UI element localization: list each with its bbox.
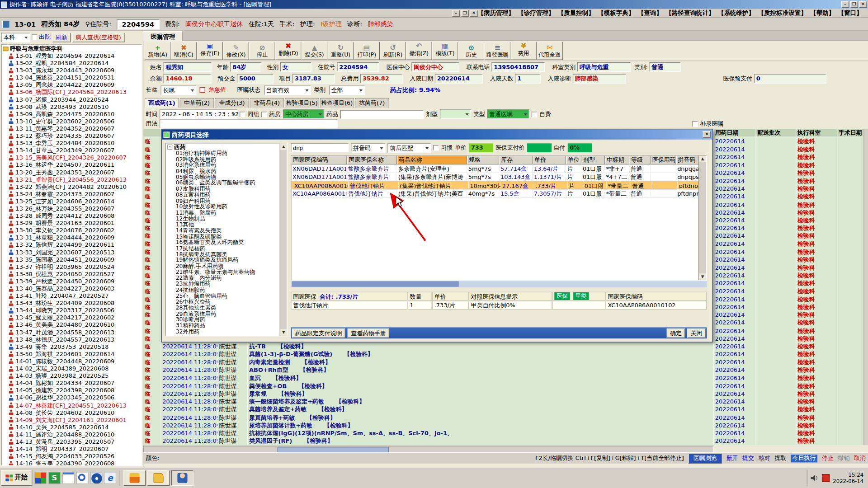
patient-item[interactable]: 14-01_陈辕毅_2204448_20220609 xyxy=(2,358,142,365)
drug-grid-row[interactable]: XN06DAD171A001C盐酸多奈哌齐片(集采)多奈哌齐片(豪博涛5mg*7… xyxy=(292,173,707,181)
patient-item[interactable]: 13-32_陈信辉_2204499_20220611 xyxy=(2,241,142,249)
patient-item[interactable]: 13-06_杨国际[CF]_2204568_20220613 xyxy=(2,89,142,96)
order-row[interactable]: 临 20220614 11:28:09 陈世谋 尿培养加菌落计数+药敏 【检验科… xyxy=(143,421,868,429)
drug-category-item[interactable]: 28其他抗生素类 xyxy=(166,305,287,311)
find-patient-button[interactable]: 病人查找(空格键) xyxy=(72,33,124,42)
longterm-select[interactable]: 长嘱 xyxy=(160,85,196,95)
drug-category-item[interactable]: 19解热镇痛类及抗痛风药 xyxy=(166,258,287,263)
patient-item[interactable]: 14-07_林善建[CF]_2204551_20220613 xyxy=(2,402,142,409)
order-row[interactable]: 临 20220614 11:28:09 陈世谋 痰一般细菌培养及鉴定+药敏 【检… xyxy=(143,398,868,405)
drug-category-item[interactable]: 09妇产科用药 xyxy=(166,198,287,204)
ime-icon[interactable] xyxy=(822,474,830,482)
order-status-select[interactable]: 当前有效 xyxy=(264,85,311,95)
group-checkbox[interactable] xyxy=(240,112,245,117)
patient-item[interactable]: 14-05_徐建苏_2204398_20220608 xyxy=(2,387,142,394)
toolbar-button[interactable]: ⊘ 停止 xyxy=(249,42,275,60)
grid-scrollbar[interactable]: ▲▼ xyxy=(698,155,706,280)
patient-item[interactable]: 13-43_林玢生_2204409_20220608 xyxy=(2,300,142,307)
tree-scrollbar[interactable]: ▲▼ xyxy=(280,143,287,336)
orders-horizontal-scrollbar[interactable] xyxy=(143,446,714,452)
drug-category-item[interactable]: 17抗结核药 xyxy=(166,246,287,252)
patient-item[interactable]: 14-11_施评治_2204488_20220610 xyxy=(2,431,142,438)
order-row[interactable]: 临 20220614 11:28:09 陈世谋 ABO+Rh血型 【检验科】 2… xyxy=(143,366,868,374)
discharged-checkbox[interactable] xyxy=(32,34,37,40)
patient-item[interactable]: 14-04_陈彬如_2204334_20220607 xyxy=(2,380,142,387)
drug-category-item[interactable]: 04利尿、脱水药 xyxy=(166,169,287,174)
patient-item[interactable]: 14-02_宋瑞_2204389_20220608 xyxy=(2,365,142,372)
drug-grid-row[interactable]: XC10AAP086A001C普伐他汀钠片(集采)普伐他汀钠片10mg*30片2… xyxy=(292,181,707,189)
minimize-button[interactable]: – xyxy=(841,1,849,8)
drug-grid-row[interactable]: XN06DAD171A001C盐酸多奈哌齐片多奈哌齐片(安理申)5mg*7s57… xyxy=(292,164,707,173)
maximize-button[interactable]: ❐ xyxy=(850,1,858,8)
order-row[interactable]: 临 20220614 11:28:09 陈世谋 真菌培养及鉴定+药敏 【检验科】… xyxy=(143,405,868,413)
patient-item[interactable]: 13-29_胡赛景_2204163_20220601 xyxy=(2,220,142,227)
start-button[interactable]: 开始 xyxy=(1,470,32,485)
ok-button[interactable]: 确定 xyxy=(667,328,685,338)
drug-category-item[interactable]: 29血液系统用药 xyxy=(166,311,287,317)
patient-item[interactable]: 13-24_林春霞_2204373_20220607 xyxy=(2,191,142,198)
critical-value-checkbox[interactable] xyxy=(200,87,205,93)
close-button[interactable]: ✕ xyxy=(859,1,867,8)
toolbar-button[interactable]: ✖ 删除(D) ˅ xyxy=(275,42,302,60)
patient-item[interactable]: 14-10_吴兴_2204585_20220614 xyxy=(2,423,142,431)
pharmacy-checkbox[interactable] xyxy=(261,112,267,117)
order-row[interactable]: 临 20220614 11:28:09 陈世谋 类风湿因子(RF) 【检验科】 … xyxy=(143,437,868,445)
patient-item[interactable]: 13-04_陈述善_2204151_20220531 xyxy=(2,74,142,81)
order-browse-button[interactable]: 医嘱浏览 xyxy=(689,453,722,463)
menu-item[interactable]: 【路径查询统计】 xyxy=(665,9,714,17)
toolbar-button[interactable]: ¥ 费用 ˅ xyxy=(510,42,537,60)
patient-item[interactable]: 13-09_高凯森_2204475_20220610 xyxy=(2,110,142,117)
patient-item[interactable]: 14-08_贺长荣_2204602_20220610 xyxy=(2,409,142,416)
toolbar-button[interactable]: ▥ 模版(T) ˅ xyxy=(432,42,458,60)
child-close-button[interactable]: ✕ xyxy=(470,10,477,17)
order-row[interactable]: 临 20220614 11:28:09 陈世谋 尿真菌培养+药敏 【检验科】 2… xyxy=(143,413,868,421)
patient-item[interactable]: 13-38_倪祖惠_2204050_20220527 xyxy=(2,271,142,278)
usage-input[interactable] xyxy=(160,119,338,128)
tab-orders-management[interactable]: 医嘱管理 xyxy=(143,31,182,41)
refresh-patients-button[interactable]: 刷新 xyxy=(52,33,71,42)
toolbar-button[interactable]: ▲ 提交(S) xyxy=(302,42,328,60)
orders-vertical-scrollbar[interactable] xyxy=(863,129,868,445)
order-row[interactable]: 临 20220614 11:28:09 陈世谋 真菌(1-3)-β-D-葡聚糖(… xyxy=(143,350,868,358)
patient-item[interactable]: 13-01_程秀如_2204594_20220614 xyxy=(2,52,142,60)
drug-category-item[interactable]: 12生物制品 xyxy=(166,216,287,222)
collapse-icon[interactable]: - xyxy=(167,145,172,150)
patient-item[interactable]: 14-06_谢祖华_2203345_20220506 xyxy=(2,394,142,402)
menu-item[interactable]: 【模板字典】 xyxy=(598,9,634,17)
self-pay-checkbox[interactable] xyxy=(532,112,537,117)
match-mode-select[interactable]: 前后匹配 xyxy=(387,143,431,153)
drug-category-item[interactable]: 13其他 xyxy=(166,222,287,228)
drug-category-item[interactable]: 05驱虫杀蚴药物 xyxy=(166,174,287,180)
drug-category-item[interactable]: 25心、脑血管病用药 xyxy=(166,293,287,299)
menu-item[interactable]: 【诊疗管理】 xyxy=(518,9,554,17)
patient-item[interactable]: 14-15_何友鸿_2204033_20220526 xyxy=(2,452,142,460)
drug-grid-row[interactable]: XC10AAP086A001C普伐他汀钠片(集采)普伐他汀钠片(美百40mg*7… xyxy=(292,189,707,197)
volume-icon[interactable] xyxy=(811,474,818,481)
patient-item[interactable]: 13-10_史守群_2203602_20220506 xyxy=(2,118,142,125)
order-row[interactable]: 临 20220614 11:28:09 陈世谋 内毒素定量检测 【检验科】 20… xyxy=(143,358,868,366)
drug-category-item[interactable]: 07皮肤科用药 xyxy=(166,186,287,192)
order-row[interactable]: 临 20220614 11:28:09 陈世谋 抗-TB 【检验科】 20220… xyxy=(143,343,868,350)
patient-item[interactable]: 13-05_周念妹_2204422_20220609 xyxy=(2,81,142,89)
patient-item[interactable]: 13-13_李秀玉_2204484_20220610 xyxy=(2,140,142,147)
order-kind-select[interactable]: 普通医嘱 xyxy=(487,109,529,119)
patient-item[interactable]: 13-25_江芝如_2204606_20220614 xyxy=(2,198,142,205)
dialog-close-button[interactable]: ✕ xyxy=(703,131,711,138)
habit-checkbox[interactable] xyxy=(433,145,439,150)
search-mode-select[interactable]: 拼音码 xyxy=(351,143,385,153)
order-type-tab[interactable]: 中草药(2) xyxy=(179,98,214,108)
patient-item[interactable]: 13-39_严秋鹭_2204450_20220609 xyxy=(2,278,142,285)
patient-item[interactable]: 14-09_刘文海[CF]_2204161_20220601 xyxy=(2,416,142,423)
drug-category-item[interactable]: 02呼吸系统用药 xyxy=(166,156,287,162)
patient-item[interactable]: 13-45_寇文丽_2204217_20220602 xyxy=(2,314,142,321)
order-row[interactable]: 临 20220614 11:28:09 陈世谋 抗核抗体谱(IgG)(12项)(… xyxy=(143,429,868,436)
pharmacy-select[interactable]: 中心药房 xyxy=(283,109,324,119)
toolbar-button[interactable]: ✎ 修改(X) xyxy=(223,42,249,60)
drug-category-item[interactable]: 31精神药品 xyxy=(166,323,287,329)
toolbar-button[interactable]: ✉ 代煎全送 xyxy=(537,42,563,60)
menu-item[interactable]: 【窗口】 xyxy=(838,9,863,17)
patient-item[interactable]: 13-07_诸振_2203944_20220524 xyxy=(2,96,142,103)
order-type-tab[interactable]: 检验项目(5) xyxy=(285,98,319,108)
drug-category-item[interactable]: 06糖类、盐类及调节酸碱平衡药 xyxy=(166,180,287,186)
drug-category-item[interactable]: 21维生素、微量元素与营养药物 xyxy=(166,269,287,275)
